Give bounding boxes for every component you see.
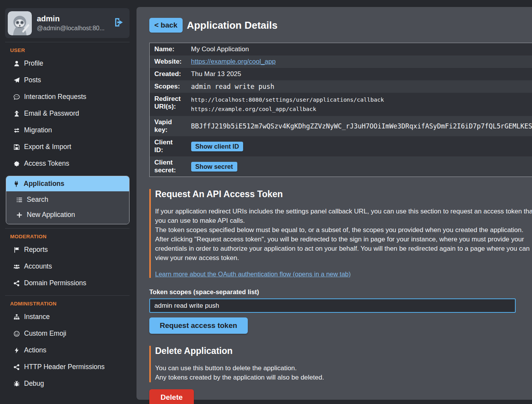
- oauth-docs-link[interactable]: Learn more about the OAuth authenticatio…: [155, 270, 351, 278]
- plus-icon: [16, 212, 23, 218]
- sidebar-item-label: New Application: [27, 211, 75, 219]
- paper-plane-icon: [13, 77, 20, 84]
- row-label: Scopes:: [150, 80, 187, 93]
- sidebar-item-label: Debug: [24, 380, 44, 388]
- website-link[interactable]: https://example.org/cool_app: [191, 58, 276, 65]
- sidebar-item-label: HTTP Header Permissions: [24, 363, 105, 371]
- redirect-uri: http://localhost:8080/settings/user/appl…: [191, 95, 532, 104]
- sidebar-item-custom-emoji[interactable]: Custom Emoji: [5, 325, 130, 342]
- section-paragraph: Any tokens created by the application wi…: [155, 373, 532, 382]
- row-label: Vapid key:: [150, 116, 187, 136]
- row-label: Redirect URI(s):: [150, 93, 187, 116]
- applications-submenu: Search New Application: [6, 191, 129, 224]
- request-token-section: Request An API Access Token If your appl…: [149, 189, 532, 278]
- row-label: Client ID:: [150, 136, 187, 156]
- plug-icon: [12, 180, 20, 187]
- section-title-moderation: MODERATION: [5, 228, 130, 241]
- sloth-avatar: [8, 11, 32, 35]
- sidebar-item-label: Export & Import: [24, 143, 71, 151]
- sidebar-item-profile[interactable]: Profile: [5, 55, 130, 72]
- delete-button[interactable]: Delete: [149, 389, 194, 404]
- sidebar-nav: USER Profile Posts: [5, 42, 130, 392]
- row-value: My Cool Application: [187, 43, 532, 56]
- row-label: Website:: [150, 55, 187, 68]
- list-icon: [16, 196, 23, 203]
- section-heading: Request An API Access Token: [155, 189, 532, 199]
- token-scopes-label: Token scopes (space-separated list): [149, 288, 532, 296]
- sidebar-item-label: Interaction Requests: [24, 93, 86, 101]
- section-paragraph: If your application redirect URIs includ…: [155, 207, 532, 225]
- table-row-client-secret: Client secret: Show secret: [150, 156, 532, 177]
- section-heading: Delete Application: [155, 346, 532, 356]
- user-card[interactable]: admin @admin@localhost:80...: [5, 8, 130, 38]
- section-title-administration: ADMINISTRATION: [5, 295, 130, 309]
- app-root: admin @admin@localhost:80... USER Profil…: [0, 0, 532, 404]
- username: admin: [37, 14, 109, 23]
- application-details-table: Name: My Cool Application Website: https…: [149, 43, 532, 177]
- flag-icon: [13, 246, 20, 253]
- sidebar-item-label: Search: [27, 196, 48, 204]
- sidebar-item-instance[interactable]: Instance: [5, 309, 130, 325]
- sidebar-item-http-header-permissions[interactable]: HTTP Header Permissions: [5, 359, 130, 375]
- sidebar-item-applications-new[interactable]: New Application: [6, 207, 129, 222]
- smiley-icon: [13, 330, 20, 337]
- row-label: Created:: [150, 68, 187, 80]
- sidebar-item-label: Access Tokens: [24, 160, 69, 168]
- sidebar-item-debug[interactable]: Debug: [5, 375, 130, 392]
- sidebar-item-label: Migration: [24, 126, 52, 134]
- sidebar-item-email-password[interactable]: Email & Password: [5, 105, 130, 122]
- bolt-icon: [13, 347, 20, 354]
- user-info: admin @admin@localhost:80...: [37, 14, 109, 32]
- sidebar-item-label: Reports: [24, 246, 48, 254]
- sign-out-icon[interactable]: [114, 17, 124, 29]
- sidebar-item-posts[interactable]: Posts: [5, 72, 130, 88]
- users-icon: [13, 263, 20, 270]
- sidebar-item-migration[interactable]: Migration: [5, 122, 130, 139]
- sidebar-item-interaction-requests[interactable]: Interaction Requests: [5, 88, 130, 105]
- row-value: admin read write push: [187, 80, 532, 93]
- row-value: Thu Mar 13 2025: [187, 68, 532, 80]
- row-label: Name:: [150, 43, 187, 56]
- request-access-token-button[interactable]: Request access token: [149, 317, 248, 334]
- page-header: < back Application Details: [149, 18, 532, 33]
- bug-icon: [13, 380, 20, 387]
- section-paragraph: After clicking "Request access token", y…: [155, 235, 532, 263]
- table-row-website: Website: https://example.org/cool_app: [150, 55, 532, 68]
- table-row-name: Name: My Cool Application: [150, 43, 532, 56]
- sidebar-item-label: Instance: [24, 313, 50, 321]
- sidebar-item-export-import[interactable]: Export & Import: [5, 139, 130, 155]
- delete-application-section: Delete Application You can use this butt…: [149, 346, 532, 382]
- exchange-arrows-icon: [13, 127, 20, 134]
- token-scopes-input[interactable]: [149, 298, 516, 313]
- share-nodes-icon: [13, 280, 20, 287]
- sidebar: admin @admin@localhost:80... USER Profil…: [0, 0, 134, 404]
- sidebar-item-reports[interactable]: Reports: [5, 241, 130, 258]
- show-secret-button[interactable]: Show secret: [191, 162, 237, 172]
- table-row-redirect-uris: Redirect URI(s): http://localhost:8080/s…: [150, 93, 532, 116]
- sidebar-item-applications[interactable]: Applications: [6, 176, 129, 191]
- sidebar-item-domain-permissions[interactable]: Domain Permissions: [5, 275, 130, 291]
- certificate-icon: [13, 160, 20, 167]
- section-paragraph: The token scopes specified below must be…: [155, 225, 532, 235]
- comment-dots-icon: [13, 94, 20, 101]
- back-button[interactable]: < back: [149, 18, 183, 33]
- sidebar-item-access-tokens[interactable]: Access Tokens: [5, 155, 130, 172]
- main-panel: < back Application Details Name: My Cool…: [136, 7, 532, 400]
- sidebar-item-label: Accounts: [24, 262, 52, 270]
- table-row-scopes: Scopes: admin read write push: [150, 80, 532, 93]
- table-row-vapid-key: Vapid key: BBJffJ219b5iE512m7wQSzv4KgKDh…: [150, 116, 532, 136]
- row-value: BBJffJ219b5iE512m7wQSzv4KgKDhgZZVzNyWC_r…: [187, 116, 532, 136]
- show-client-id-button[interactable]: Show client ID: [191, 142, 244, 151]
- user-icon: [13, 60, 20, 67]
- floppy-disk-icon: [13, 144, 20, 151]
- section-title-user: USER: [5, 42, 130, 55]
- sidebar-item-accounts[interactable]: Accounts: [5, 258, 130, 275]
- table-row-created: Created: Thu Mar 13 2025: [150, 68, 532, 80]
- page-title: Application Details: [187, 19, 278, 31]
- sidebar-item-label: Custom Emoji: [24, 329, 66, 338]
- sidebar-item-label: Actions: [24, 346, 46, 354]
- table-row-client-id: Client ID: Show client ID: [150, 136, 532, 156]
- share-nodes-icon: [13, 364, 20, 371]
- sidebar-item-applications-search[interactable]: Search: [6, 192, 129, 207]
- sidebar-item-actions[interactable]: Actions: [5, 342, 130, 359]
